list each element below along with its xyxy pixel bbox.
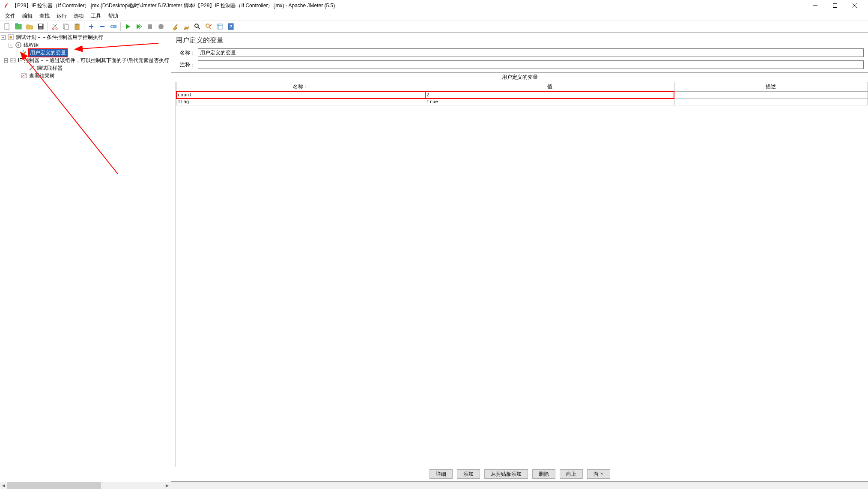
close-button[interactable] xyxy=(845,0,865,11)
listener-icon xyxy=(21,72,27,79)
clear-icon[interactable] xyxy=(170,21,180,32)
svg-rect-4 xyxy=(5,24,9,30)
window-title: 【P29】IF 控制器（If Controller）.jmx (D:\Deskt… xyxy=(12,2,805,9)
detail-button[interactable]: 详细 xyxy=(430,469,453,479)
collapse-toggle[interactable]: − xyxy=(4,58,7,63)
cell-value[interactable]: 2 xyxy=(425,92,674,98)
save-icon[interactable] xyxy=(36,21,46,32)
function-helper-icon[interactable] xyxy=(215,21,225,32)
testplan-icon xyxy=(7,34,14,41)
menu-bar: 文件 编辑 查找 运行 选项 工具 帮助 xyxy=(0,11,868,21)
menu-file[interactable]: 文件 xyxy=(2,12,19,21)
cut-icon[interactable] xyxy=(50,21,60,32)
tree-debug-sampler[interactable]: 调试取样器 xyxy=(1,64,170,72)
minimize-button[interactable] xyxy=(805,0,825,11)
button-bar: 详细 添加 从剪贴板添加 删除 向上 向下 xyxy=(171,467,868,481)
tree-view-results[interactable]: 查看结果树 xyxy=(1,72,170,80)
tree-udv[interactable]: 用户定义的变量 xyxy=(1,49,170,57)
table-row[interactable]: count 2 xyxy=(176,92,868,98)
templates-icon[interactable] xyxy=(13,21,24,32)
panel-title: 用户定义的变量 xyxy=(171,33,868,47)
collapse-toggle[interactable]: − xyxy=(9,43,13,48)
svg-rect-29 xyxy=(217,24,222,29)
tree-pane: − 测试计划－－条件控制器用于控制执行 − 线程组 用户定义的变量 − IF 控… xyxy=(0,33,171,489)
svg-rect-5 xyxy=(15,24,21,29)
cell-desc[interactable] xyxy=(674,98,868,105)
name-row: 名称： xyxy=(171,47,868,59)
tree-scrollbar-horizontal[interactable]: ◄ ► xyxy=(0,482,171,489)
search-icon[interactable] xyxy=(192,21,203,32)
threadgroup-icon xyxy=(15,42,22,48)
svg-point-23 xyxy=(195,24,198,27)
scroll-thumb[interactable] xyxy=(7,482,101,489)
shutdown-icon[interactable] xyxy=(156,21,166,32)
copy-icon[interactable] xyxy=(61,21,71,32)
controller-icon xyxy=(9,57,16,64)
svg-rect-13 xyxy=(65,25,69,30)
stop-icon[interactable] xyxy=(145,21,155,32)
svg-line-26 xyxy=(209,27,211,29)
maximize-button[interactable] xyxy=(825,0,845,11)
new-icon[interactable] xyxy=(2,21,12,32)
comment-row: 注释： xyxy=(171,59,868,71)
name-input[interactable] xyxy=(198,48,864,57)
svg-point-40 xyxy=(12,60,13,61)
menu-tools[interactable]: 工具 xyxy=(87,12,104,21)
svg-line-24 xyxy=(198,27,200,29)
title-bar: 【P29】IF 控制器（If Controller）.jmx (D:\Deskt… xyxy=(0,0,868,11)
clear-all-icon[interactable] xyxy=(181,21,191,32)
svg-point-22 xyxy=(158,24,164,29)
menu-run[interactable]: 运行 xyxy=(53,12,70,21)
delete-button[interactable]: 删除 xyxy=(532,469,555,479)
add-from-clipboard-button[interactable]: 从剪贴板添加 xyxy=(484,469,528,479)
tree-thread-group[interactable]: − 线程组 xyxy=(1,41,170,49)
col-name[interactable]: 名称： xyxy=(176,82,425,92)
sampler-icon xyxy=(28,65,35,72)
editor-panel: 用户定义的变量 名称： 注释： 用户定义的变量 名称： 值 描述 xyxy=(171,33,868,489)
paste-icon[interactable] xyxy=(72,21,82,32)
comment-input[interactable] xyxy=(198,60,864,69)
tree-if-controller[interactable]: − IF 控制器－－通过该组件，可以控制其下面的子/后代元素是否执行 xyxy=(1,57,170,64)
start-icon[interactable] xyxy=(122,21,133,32)
test-plan-tree[interactable]: − 测试计划－－条件控制器用于控制执行 − 线程组 用户定义的变量 − IF 控… xyxy=(0,33,171,81)
toolbar: ? xyxy=(0,21,868,33)
cell-value[interactable]: true xyxy=(425,98,674,105)
svg-point-37 xyxy=(18,44,19,46)
menu-edit[interactable]: 编辑 xyxy=(19,12,36,21)
menu-search[interactable]: 查找 xyxy=(36,12,53,21)
collapse-toggle[interactable]: − xyxy=(1,35,6,40)
table-header-row: 名称： 值 描述 xyxy=(176,82,868,92)
toggle-icon[interactable] xyxy=(108,21,119,32)
svg-rect-9 xyxy=(39,27,42,29)
app-icon xyxy=(3,3,9,9)
open-icon[interactable] xyxy=(24,21,35,32)
section-header: 用户定义的变量 xyxy=(171,72,868,82)
cell-name[interactable]: flag xyxy=(176,98,425,105)
cell-desc[interactable] xyxy=(674,92,868,98)
cell-name[interactable]: count xyxy=(176,92,425,98)
scroll-right-icon[interactable]: ► xyxy=(164,482,171,489)
col-desc[interactable]: 描述 xyxy=(674,82,868,92)
status-bar xyxy=(171,481,868,489)
tree-root[interactable]: − 测试计划－－条件控制器用于控制执行 xyxy=(1,33,170,41)
menu-options[interactable]: 选项 xyxy=(70,12,87,21)
scroll-left-icon[interactable]: ◄ xyxy=(0,482,7,489)
help-icon[interactable]: ? xyxy=(226,21,236,32)
start-no-timers-icon[interactable] xyxy=(134,21,144,32)
menu-help[interactable]: 帮助 xyxy=(104,12,122,21)
down-button[interactable]: 向下 xyxy=(587,469,610,479)
svg-text:?: ? xyxy=(230,24,233,29)
collapse-icon[interactable] xyxy=(97,21,107,32)
config-icon xyxy=(21,49,27,56)
variables-table[interactable]: 名称： 值 描述 count 2 flag true xyxy=(176,82,868,105)
name-label: 名称： xyxy=(176,49,195,57)
col-value[interactable]: 值 xyxy=(425,82,674,92)
window-controls xyxy=(805,0,865,11)
table-row[interactable]: flag true xyxy=(176,98,868,105)
add-button[interactable]: 添加 xyxy=(457,469,480,479)
svg-rect-1 xyxy=(833,4,837,8)
reset-search-icon[interactable] xyxy=(203,21,214,32)
up-button[interactable]: 向上 xyxy=(560,469,583,479)
svg-rect-21 xyxy=(148,24,152,29)
expand-icon[interactable] xyxy=(86,21,96,32)
